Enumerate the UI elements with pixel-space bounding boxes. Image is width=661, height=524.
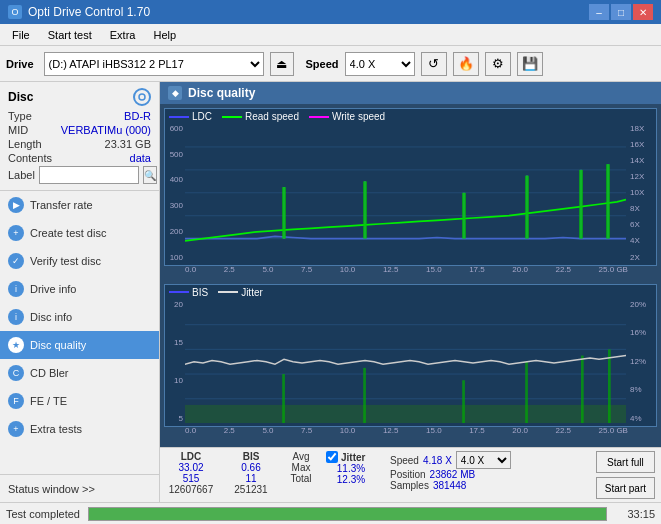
sidebar-item-transfer-rate[interactable]: ▶ Transfer rate [0, 191, 159, 219]
app-title: Opti Drive Control 1.70 [28, 5, 150, 19]
transfer-rate-label: Transfer rate [30, 199, 93, 211]
speed-val: 4.18 X [423, 455, 452, 466]
jitter-checkbox-row: Jitter [326, 451, 376, 463]
svg-rect-27 [525, 361, 528, 423]
menu-start-test[interactable]: Start test [40, 27, 100, 43]
sidebar-item-disc-quality[interactable]: ★ Disc quality [0, 331, 159, 359]
cd-bler-label: CD Bler [30, 367, 69, 379]
toolbar: Drive (D:) ATAPI iHBS312 2 PL17 ⏏ Speed … [0, 46, 661, 82]
svg-rect-13 [282, 187, 286, 239]
status-window-item[interactable]: Status window >> [0, 474, 159, 502]
sidebar-item-verify-test-disc[interactable]: ✓ Verify test disc [0, 247, 159, 275]
length-label: Length [8, 138, 42, 150]
disc-quality-icon: ★ [8, 337, 24, 353]
type-value: BD-R [124, 110, 151, 122]
disc-header: Disc [8, 88, 151, 106]
legend-bis: BIS [169, 287, 208, 298]
drive-select[interactable]: (D:) ATAPI iHBS312 2 PL17 [44, 52, 264, 76]
verify-test-label: Verify test disc [30, 255, 101, 267]
top-chart-legend: LDC Read speed Write speed [165, 109, 656, 124]
top-chart-body: 600 500 400 300 200 100 18X 16X 14X 12X … [165, 124, 656, 262]
sidebar-item-extra-tests[interactable]: + Extra tests [0, 415, 159, 443]
bottom-chart-body: 20 15 10 5 20% 16% 12% 8% 4% [165, 300, 656, 423]
eject-button[interactable]: ⏏ [270, 52, 294, 76]
app-icon: O [8, 5, 22, 19]
content-header: ◆ Disc quality [160, 82, 661, 104]
jitter-stats: Jitter 11.3% 12.3% [326, 451, 376, 485]
samples-label: Samples [390, 480, 429, 491]
avg-row-label: Avg [286, 451, 316, 462]
legend-ldc: LDC [169, 111, 212, 122]
refresh-button[interactable]: ↺ [421, 52, 447, 76]
svg-rect-29 [608, 349, 611, 423]
bis-max-val: 11 [226, 473, 276, 484]
position-row: Position 23862 MB [390, 469, 511, 480]
legend-write-speed: Write speed [309, 111, 385, 122]
type-label: Type [8, 110, 32, 122]
svg-point-0 [134, 89, 150, 105]
bis-stats: BIS 0.66 11 251231 [226, 451, 276, 495]
sidebar-item-disc-info[interactable]: i Disc info [0, 303, 159, 331]
settings-button[interactable]: ⚙ [485, 52, 511, 76]
progress-bar-fill [89, 508, 606, 520]
minimize-button[interactable]: – [589, 4, 609, 20]
disc-title: Disc [8, 90, 33, 104]
status-window-label: Status window >> [8, 483, 95, 495]
ldc-label: LDC [192, 111, 212, 122]
burn-button[interactable]: 🔥 [453, 52, 479, 76]
svg-rect-25 [363, 367, 366, 423]
disc-mid-row: MID VERBATIMu (000) [8, 124, 151, 136]
jitter-avg-val: 11.3% [326, 463, 376, 474]
titlebar-controls: – □ ✕ [589, 4, 653, 20]
svg-rect-23 [185, 404, 626, 423]
menu-extra[interactable]: Extra [102, 27, 144, 43]
jitter-header: Jitter [341, 452, 365, 463]
start-buttons: Start full Start part [596, 451, 655, 499]
top-y-labels-right: 18X 16X 14X 12X 10X 8X 6X 4X 2X [628, 124, 656, 262]
bis-header: BIS [226, 451, 276, 462]
bis-label: BIS [192, 287, 208, 298]
bis-total-val: 251231 [226, 484, 276, 495]
legend-read-speed: Read speed [222, 111, 299, 122]
bottom-chart: BIS Jitter [164, 284, 657, 427]
svg-rect-17 [579, 170, 583, 239]
menu-file[interactable]: File [4, 27, 38, 43]
sidebar-item-fe-te[interactable]: F FE / TE [0, 387, 159, 415]
svg-rect-15 [462, 193, 466, 239]
save-button[interactable]: 💾 [517, 52, 543, 76]
speed-select[interactable]: 4.0 X [345, 52, 415, 76]
ldc-total-val: 12607667 [166, 484, 216, 495]
svg-rect-28 [581, 355, 584, 423]
extra-tests-label: Extra tests [30, 423, 82, 435]
label-input[interactable] [39, 166, 139, 184]
sidebar-item-create-test-disc[interactable]: + Create test disc [0, 219, 159, 247]
ldc-max-val: 515 [166, 473, 216, 484]
bottom-chart-svg [185, 300, 626, 423]
speed-label: Speed [306, 58, 339, 70]
speed-select-stats[interactable]: 4.0 X [456, 451, 511, 469]
menu-help[interactable]: Help [145, 27, 184, 43]
jitter-legend-label: Jitter [241, 287, 263, 298]
sidebar-item-cd-bler[interactable]: C CD Bler [0, 359, 159, 387]
speed-label-sm: Speed [390, 455, 419, 466]
start-part-button[interactable]: Start part [596, 477, 655, 499]
ldc-stats: LDC 33.02 515 12607667 [166, 451, 216, 495]
main-layout: Disc Type BD-R MID VERBATIMu (000) Lengt… [0, 82, 661, 502]
maximize-button[interactable]: □ [611, 4, 631, 20]
disc-info-label: Disc info [30, 311, 72, 323]
sidebar-item-drive-info[interactable]: i Drive info [0, 275, 159, 303]
position-val: 23862 MB [430, 469, 476, 480]
read-speed-label: Read speed [245, 111, 299, 122]
label-button[interactable]: 🔍 [143, 166, 157, 184]
write-speed-color [309, 116, 329, 118]
disc-quality-label: Disc quality [30, 339, 86, 351]
write-speed-label: Write speed [332, 111, 385, 122]
disc-panel: Disc Type BD-R MID VERBATIMu (000) Lengt… [0, 82, 159, 191]
disc-info-icon: i [8, 309, 24, 325]
start-full-button[interactable]: Start full [596, 451, 655, 473]
disc-contents-row: Contents data [8, 152, 151, 164]
jitter-checkbox[interactable] [326, 451, 338, 463]
close-button[interactable]: ✕ [633, 4, 653, 20]
disc-quality-content-icon: ◆ [168, 86, 182, 100]
contents-label: Contents [8, 152, 52, 164]
